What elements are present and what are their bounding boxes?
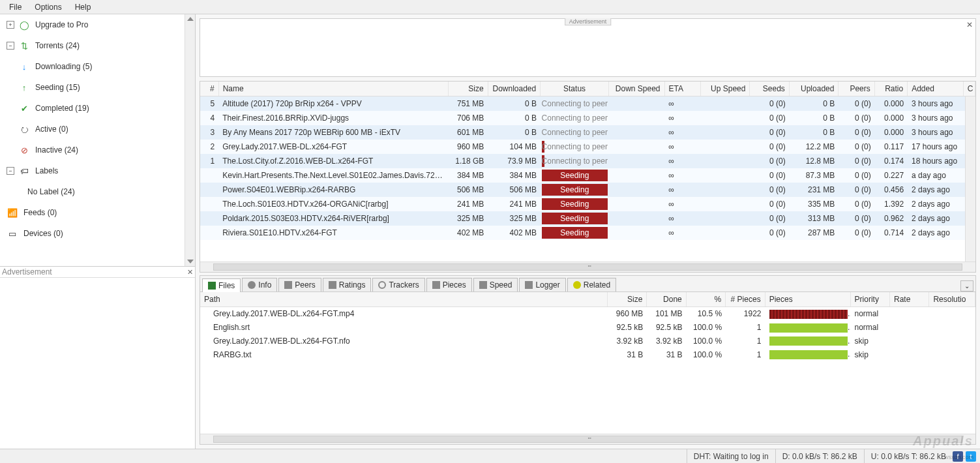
torrent-row[interactable]: 1The.Lost.City.of.Z.2016.WEB-DL.x264-FGT… (200, 154, 975, 168)
sidebar-scrollbar[interactable] (185, 14, 195, 266)
sidebar-inactive[interactable]: ⊘ Inactive (24) (0, 140, 195, 160)
status-up[interactable]: U: 0.0 kB/s T: 86.2 kB (864, 449, 953, 463)
sidebar-downloading[interactable]: ↓ Downloading (5) (0, 56, 195, 77)
menu-file[interactable]: File (3, 1, 28, 13)
sidebar-label: Feeds (0) (23, 208, 57, 217)
col-num[interactable]: # (200, 82, 218, 97)
torrent-row[interactable]: 3By Any Means 2017 720p WEBRip 600 MB - … (200, 125, 975, 140)
file-row[interactable]: RARBG.txt31 B31 B100.0 %1skip (200, 348, 975, 361)
torrent-row[interactable]: Power.S04E01.WEBRip.x264-RARBG506 MB506 … (200, 183, 975, 197)
tab-pieces[interactable]: Pieces (426, 278, 472, 291)
torrent-table-body[interactable]: 5Altitude (2017) 720p BrRip x264 - VPPV7… (200, 97, 975, 240)
tabs-overflow-button[interactable]: ⌄ (960, 280, 973, 291)
tab-speed[interactable]: Speed (473, 278, 518, 291)
col-peers[interactable]: Peers (839, 82, 874, 97)
fcol-resolution[interactable]: Resolutio (929, 292, 975, 307)
list-icon (525, 281, 533, 289)
fcol-size[interactable]: Size (607, 292, 646, 307)
torrent-row[interactable]: 2Grey.Lady.2017.WEB-DL.x264-FGT960 MB104… (200, 140, 975, 154)
info-icon (248, 281, 256, 289)
menu-help[interactable]: Help (68, 1, 98, 13)
col-downspeed[interactable]: Down Speed (608, 82, 664, 97)
col-ratio[interactable]: Ratio (874, 82, 907, 97)
fcol-priority[interactable]: Priority (850, 292, 889, 307)
col-status[interactable]: Status (541, 82, 609, 97)
twitter-icon[interactable]: t (966, 451, 976, 462)
sidebar-torrents[interactable]: − ⇅ Torrents (24) (0, 35, 195, 56)
sidebar-upgrade[interactable]: + ◯ Upgrade to Pro (0, 14, 195, 35)
torrent-row[interactable]: 4Their.Finest.2016.BRRip.XViD-juggs706 M… (200, 111, 975, 125)
sidebar-label: Inactive (24) (35, 145, 78, 155)
tab-trackers[interactable]: Trackers (372, 278, 424, 291)
sidebar-nolabel[interactable]: No Label (24) (0, 181, 195, 202)
check-icon: ✔ (18, 102, 30, 114)
star-icon (329, 281, 336, 289)
torrent-hscrollbar[interactable]: ''' (200, 261, 975, 272)
col-downloaded[interactable]: Downloaded (488, 82, 541, 97)
torrent-header-row: # Name Size Downloaded Status Down Speed… (200, 82, 975, 97)
fcol-pct[interactable]: % (686, 292, 725, 307)
torrent-row[interactable]: The.Loch.S01E03.HDTV.x264-ORGANiC[rarbg]… (200, 197, 975, 211)
close-icon[interactable]: ✕ (187, 268, 193, 276)
tab-info[interactable]: Info (242, 278, 277, 291)
sidebar-feeds[interactable]: 📶 Feeds (0) (0, 202, 195, 223)
files-table-body[interactable]: Grey.Lady.2017.WEB-DL.x264-FGT.mp4960 MB… (200, 307, 975, 361)
sidebar-devices[interactable]: ▭ Devices (0) (0, 223, 195, 244)
right-column: Advertisement ✕ # Name Size Do (196, 14, 980, 449)
torrent-row[interactable]: Kevin.Hart.Presents.The.Next.Level.S01E0… (200, 168, 975, 183)
sidebar-label: Seeding (15) (35, 83, 80, 92)
pieces-bar (769, 350, 848, 359)
peers-icon (284, 281, 292, 289)
status-dht[interactable]: DHT: Waiting to log in (687, 449, 775, 463)
tab-label: Files (218, 281, 235, 290)
sidebar-seeding[interactable]: ↑ Seeding (15) (0, 77, 195, 98)
fcol-npieces[interactable]: # Pieces (726, 292, 765, 307)
torrent-row[interactable]: Poldark.2015.S03E03.HDTV.x264-RiVER[rarb… (200, 211, 975, 226)
tree-collapse-icon[interactable]: − (7, 42, 14, 50)
col-seeds[interactable]: Seeds (750, 82, 789, 97)
status-down[interactable]: D: 0.0 kB/s T: 86.2 kB (775, 449, 864, 463)
sidebar-active[interactable]: ⭮ Active (0) (0, 119, 195, 140)
torrent-vscrollbar[interactable] (965, 97, 975, 261)
fcol-path[interactable]: Path (200, 292, 607, 307)
ad-label: Advertisement (2, 267, 52, 276)
fcol-rate[interactable]: Rate (889, 292, 928, 307)
file-row[interactable]: Grey.Lady.2017.WEB-DL.x264-FGT.mp4960 MB… (200, 307, 975, 321)
menu-options[interactable]: Options (28, 1, 68, 13)
sidebar-labels[interactable]: − 🏷 Labels (0, 160, 195, 181)
col-upspeed[interactable]: Up Speed (700, 82, 750, 97)
tab-ratings[interactable]: Ratings (323, 278, 372, 291)
col-name[interactable]: Name (218, 82, 449, 97)
tab-peers[interactable]: Peers (278, 278, 321, 291)
torrent-row[interactable]: Riviera.S01E10.HDTV.x264-FGT402 MB402 MB… (200, 226, 975, 240)
tab-related[interactable]: Related (567, 278, 616, 291)
tree-collapse-icon[interactable]: − (7, 167, 14, 175)
file-row[interactable]: English.srt92.5 kB92.5 kB100.0 %1normal (200, 321, 975, 335)
sidebar-completed[interactable]: ✔ Completed (19) (0, 98, 195, 119)
refresh-icon: ⭮ (18, 123, 30, 135)
file-row[interactable]: Grey.Lady.2017.WEB-DL.x264-FGT.nfo3.92 k… (200, 335, 975, 348)
detail-pane: Files Info Peers Ratings Trackers Pieces… (200, 275, 976, 445)
tab-logger[interactable]: Logger (519, 278, 565, 291)
sidebar-label: Devices (0) (23, 229, 63, 238)
close-icon[interactable]: ✕ (966, 20, 973, 29)
col-uploaded[interactable]: Uploaded (789, 82, 839, 97)
tab-label: Speed (490, 280, 512, 290)
sidebar-label: Labels (35, 166, 58, 175)
fcol-pieces[interactable]: Pieces (765, 292, 850, 307)
facebook-icon[interactable]: f (953, 451, 963, 462)
col-added[interactable]: Added (908, 82, 964, 97)
tab-files[interactable]: Files (202, 278, 241, 292)
col-extra[interactable]: C (963, 82, 975, 97)
fcol-done[interactable]: Done (647, 292, 686, 307)
tree-expand-icon[interactable]: + (7, 21, 14, 29)
col-eta[interactable]: ETA (664, 82, 700, 97)
torrent-list-pane: # Name Size Downloaded Status Down Speed… (200, 81, 976, 273)
sidebar-label: Downloading (5) (35, 62, 92, 71)
col-size[interactable]: Size (449, 82, 488, 97)
menubar: File Options Help (0, 0, 980, 14)
files-hscrollbar[interactable]: ''' (200, 434, 975, 444)
target-icon (378, 281, 386, 289)
torrent-row[interactable]: 5Altitude (2017) 720p BrRip x264 - VPPV7… (200, 97, 975, 111)
left-column: + ◯ Upgrade to Pro − ⇅ Torrents (24) ↓ D… (0, 14, 196, 449)
